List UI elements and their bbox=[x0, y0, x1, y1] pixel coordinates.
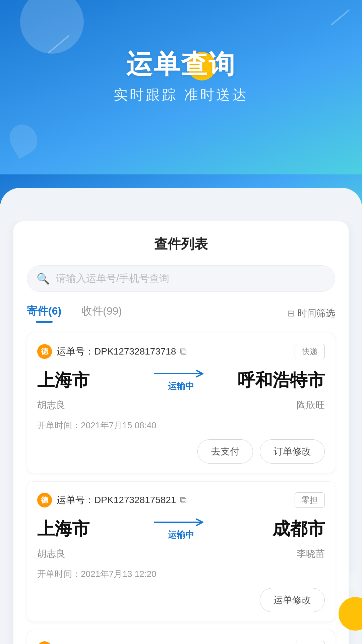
waybill-route-2: 上海市 运输中 成都市 bbox=[37, 517, 325, 541]
waybill-time-1: 开单时间：2021年7月15 08:40 bbox=[37, 420, 325, 431]
route-arrow-1: 运输中 bbox=[133, 369, 229, 392]
deco-shape-left bbox=[4, 119, 43, 159]
wave-transition bbox=[0, 174, 362, 221]
receiver-2: 李晓苗 bbox=[181, 547, 325, 560]
waybill-card-2: 德 运单号：DPK127328175821 ⧉ 零担 上海市 运输中 成都市 胡… bbox=[27, 481, 335, 622]
waybill-actions-1: 去支付 订单修改 bbox=[37, 439, 325, 464]
waybill-card-1: 德 运单号：DPK127328173718 ⧉ 快递 上海市 运输中 呼和浩特市… bbox=[27, 333, 335, 473]
waybill-number-3: 运单号：DPK127328178912 bbox=[57, 642, 176, 644]
type-badge-2: 零担 bbox=[295, 492, 325, 508]
modify-order-button-1[interactable]: 订单修改 bbox=[260, 439, 325, 464]
arrow-svg-1 bbox=[154, 369, 208, 378]
waybill-names-1: 胡志良 陶欣旺 bbox=[37, 399, 325, 412]
waybill-time-2: 开单时间：2021年7月13 12:20 bbox=[37, 568, 325, 580]
route-status-2: 运输中 bbox=[168, 529, 194, 541]
tab-sent[interactable]: 寄件(6) bbox=[27, 304, 61, 323]
copy-icon-2[interactable]: ⧉ bbox=[180, 495, 187, 506]
waybill-names-2: 胡志良 李晓苗 bbox=[37, 547, 325, 560]
filter-icon: ⊟ bbox=[288, 308, 295, 319]
sender-2: 胡志良 bbox=[37, 547, 181, 560]
waybill-number-1: 运单号：DPK127328173718 bbox=[57, 345, 176, 358]
card-container: 查件列表 🔍 请输入运单号/手机号查询 寄件(6) 收件(99) ⊟ 时间筛选 … bbox=[13, 221, 349, 644]
deco-circle bbox=[20, 0, 84, 54]
waybill-header-3: 德 运单号：DPK127328178912 ⧉ 快递 bbox=[37, 641, 325, 644]
main-content: 查件列表 🔍 请输入运单号/手机号查询 寄件(6) 收件(99) ⊟ 时间筛选 … bbox=[0, 221, 362, 644]
search-bar[interactable]: 🔍 请输入运单号/手机号查询 bbox=[27, 265, 335, 292]
pay-button-1[interactable]: 去支付 bbox=[197, 439, 253, 464]
copy-icon-1[interactable]: ⧉ bbox=[180, 346, 187, 357]
wave-bg bbox=[0, 188, 362, 221]
waybill-card-3: 德 运单号：DPK127328178912 ⧉ 快递 bbox=[27, 630, 335, 644]
waybill-header-1: 德 运单号：DPK127328173718 ⧉ 快递 bbox=[37, 344, 325, 359]
modify-waybill-button-2[interactable]: 运单修改 bbox=[260, 588, 325, 612]
tab-received[interactable]: 收件(99) bbox=[81, 304, 122, 323]
sender-1: 胡志良 bbox=[37, 399, 181, 412]
arrow-svg-2 bbox=[154, 518, 208, 527]
bottom-deco-blue bbox=[342, 574, 359, 590]
hero-subtitle: 实时跟踪 准时送达 bbox=[0, 86, 362, 104]
type-badge-3: 快递 bbox=[295, 641, 325, 644]
tab-filter[interactable]: ⊟ 时间筛选 bbox=[288, 307, 335, 320]
from-city-1: 上海市 bbox=[37, 369, 133, 392]
waybill-logo-2: 德 bbox=[37, 493, 52, 507]
search-icon: 🔍 bbox=[37, 272, 50, 285]
from-city-2: 上海市 bbox=[37, 517, 133, 541]
deco-line2 bbox=[331, 9, 350, 25]
waybill-logo-3: 德 bbox=[37, 641, 52, 644]
filter-label: 时间筛选 bbox=[298, 307, 335, 320]
tabs-row: 寄件(6) 收件(99) ⊟ 时间筛选 bbox=[27, 304, 335, 323]
search-placeholder: 请输入运单号/手机号查询 bbox=[56, 272, 169, 285]
waybill-logo-1: 德 bbox=[37, 344, 52, 359]
to-city-2: 成都市 bbox=[229, 517, 325, 541]
waybill-header-2: 德 运单号：DPK127328175821 ⧉ 零担 bbox=[37, 492, 325, 508]
waybill-route-1: 上海市 运输中 呼和浩特市 bbox=[37, 369, 325, 392]
type-badge-1: 快递 bbox=[295, 344, 325, 359]
to-city-1: 呼和浩特市 bbox=[229, 369, 325, 392]
hero-section: 运单查询 实时跟踪 准时送达 bbox=[0, 0, 362, 174]
hero-title: 运单查询 bbox=[0, 47, 362, 82]
route-status-1: 运输中 bbox=[168, 380, 194, 392]
route-arrow-2: 运输中 bbox=[133, 518, 229, 541]
card-title: 查件列表 bbox=[27, 235, 335, 253]
receiver-1: 陶欣旺 bbox=[181, 399, 325, 412]
waybill-number-2: 运单号：DPK127328175821 bbox=[57, 494, 176, 506]
waybill-actions-2: 运单修改 bbox=[37, 588, 325, 612]
